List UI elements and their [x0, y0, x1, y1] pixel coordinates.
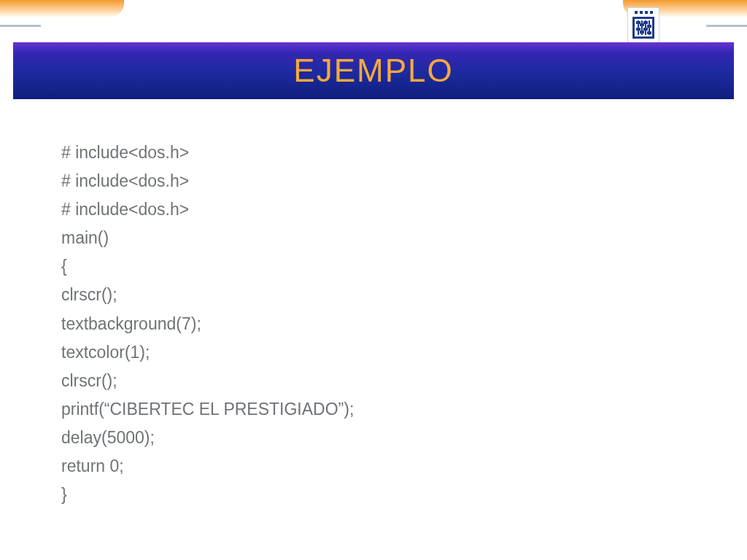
code-line: # include<dos.h>	[61, 167, 703, 195]
accent-line-left	[0, 25, 41, 27]
abacus-logo	[627, 7, 659, 45]
accent-line-right	[706, 25, 747, 27]
code-line: textcolor(1);	[61, 338, 703, 367]
code-line: textbackground(7);	[61, 310, 703, 338]
code-line: main()	[61, 224, 703, 252]
abacus-icon	[632, 17, 654, 39]
code-line: clrscr();	[61, 367, 703, 395]
code-line: return 0;	[61, 452, 703, 481]
top-strip-left	[0, 0, 124, 18]
code-line: {	[61, 252, 703, 281]
code-line: printf(“CIBERTEC EL PRESTIGIADO”);	[61, 395, 703, 424]
title-bar: EJEMPLO	[13, 42, 734, 99]
logo-dots	[635, 11, 653, 14]
code-line: }	[61, 481, 703, 509]
code-content: # include<dos.h> # include<dos.h> # incl…	[61, 139, 703, 509]
slide-title: EJEMPLO	[293, 52, 453, 89]
code-line: # include<dos.h>	[61, 139, 703, 167]
code-line: clrscr();	[61, 281, 703, 309]
code-line: delay(5000);	[61, 424, 703, 452]
code-line: # include<dos.h>	[61, 195, 703, 224]
